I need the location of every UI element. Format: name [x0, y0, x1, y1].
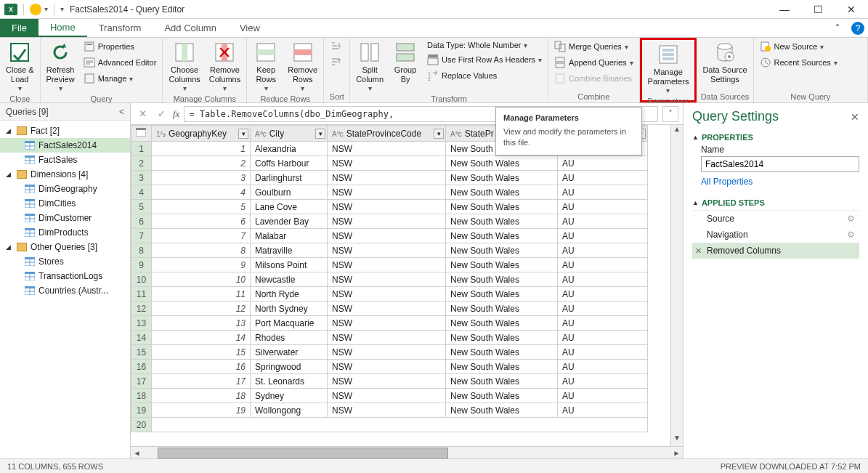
- data-cell[interactable]: AU: [558, 331, 648, 345]
- query-name-input[interactable]: [701, 156, 859, 172]
- data-cell[interactable]: Newcastle: [251, 272, 328, 287]
- table-row[interactable]: 66Lavender BayNSWNew South WalesAU: [131, 214, 648, 229]
- column-filter-button[interactable]: ▾: [315, 129, 325, 139]
- queries-group[interactable]: ◢Fact [2]: [0, 124, 130, 138]
- data-cell[interactable]: Alexandria: [251, 142, 328, 156]
- manage-parameters-button[interactable]: Manage Parameters▾: [645, 41, 692, 97]
- data-cell[interactable]: NSW: [328, 374, 446, 389]
- advanced-editor-button[interactable]: Advanced Editor: [81, 55, 160, 70]
- table-row[interactable]: 1414RhodesNSWNew South WalesAU: [131, 331, 648, 345]
- data-cell[interactable]: NSW: [328, 389, 446, 403]
- queries-item[interactable]: FactSales: [0, 153, 130, 167]
- data-cell[interactable]: North Ryde: [251, 287, 328, 302]
- data-cell[interactable]: AU: [558, 243, 648, 258]
- step-gear-icon[interactable]: ⚙: [847, 214, 855, 224]
- data-cell[interactable]: AU: [558, 302, 648, 316]
- sort-desc-button[interactable]: [327, 55, 344, 70]
- queries-item[interactable]: DimCities: [0, 196, 130, 211]
- column-header[interactable]: AᴮcCity▾: [251, 126, 328, 142]
- data-cell[interactable]: 10: [152, 272, 251, 287]
- applied-steps-header[interactable]: ▲APPLIED STEPS: [692, 198, 859, 207]
- table-row[interactable]: 1616SpringwoodNSWNew South WalesAU: [131, 360, 648, 374]
- tab-transform[interactable]: Transform: [87, 19, 153, 37]
- data-cell[interactable]: Goulburn: [251, 185, 328, 200]
- data-cell[interactable]: NSW: [328, 243, 446, 258]
- data-cell[interactable]: 1: [152, 142, 251, 156]
- data-cell[interactable]: AU: [558, 156, 648, 171]
- data-cell[interactable]: New South Wales: [446, 258, 558, 272]
- data-cell[interactable]: Matraville: [251, 243, 328, 258]
- applied-step[interactable]: Source⚙: [692, 211, 859, 227]
- row-number[interactable]: 9: [131, 258, 152, 272]
- applied-step[interactable]: ✕Removed Columns: [692, 243, 859, 259]
- first-row-headers-button[interactable]: Use First Row As Headers ▾: [424, 52, 545, 67]
- close-settings-button[interactable]: ✕: [851, 111, 859, 123]
- data-cell[interactable]: New South Wales: [446, 403, 558, 418]
- data-source-settings-button[interactable]: Data Source Settings: [699, 39, 750, 86]
- data-cell[interactable]: New South Wales: [446, 331, 558, 345]
- data-cell[interactable]: 12: [152, 302, 251, 316]
- queries-item[interactable]: Stores: [0, 254, 130, 269]
- expand-formula-button[interactable]: ˅: [662, 106, 678, 122]
- column-filter-button[interactable]: ▾: [238, 129, 248, 139]
- keep-rows-button[interactable]: Keep Rows▾: [250, 39, 282, 94]
- queries-panel-header[interactable]: Queries [9] <: [0, 103, 130, 121]
- queries-item[interactable]: Countries (Austr...: [0, 283, 130, 298]
- all-properties-link[interactable]: All Properties: [701, 177, 859, 187]
- properties-button[interactable]: Properties: [81, 39, 160, 54]
- data-cell[interactable]: 14: [152, 331, 251, 345]
- data-cell[interactable]: AU: [558, 316, 648, 331]
- group-by-button[interactable]: Group By: [389, 39, 421, 86]
- data-cell[interactable]: AU: [558, 229, 648, 243]
- tab-home[interactable]: Home: [38, 19, 87, 37]
- data-cell[interactable]: 13: [152, 316, 251, 331]
- data-cell[interactable]: 18: [152, 389, 251, 403]
- remove-rows-button[interactable]: Remove Rows▾: [285, 39, 320, 94]
- data-cell[interactable]: AU: [558, 272, 648, 287]
- data-cell[interactable]: Rhodes: [251, 331, 328, 345]
- data-cell[interactable]: NSW: [328, 272, 446, 287]
- data-cell[interactable]: NSW: [328, 258, 446, 272]
- data-cell[interactable]: 19: [152, 403, 251, 418]
- close-window-button[interactable]: ✕: [835, 0, 868, 19]
- close-and-load-button[interactable]: Close & Load▾: [3, 39, 37, 94]
- data-cell[interactable]: AU: [558, 389, 648, 403]
- data-cell[interactable]: New South Wales: [446, 156, 558, 171]
- data-cell[interactable]: 4: [152, 185, 251, 200]
- append-queries-button[interactable]: Append Queries ▾: [551, 55, 636, 70]
- step-gear-icon[interactable]: ⚙: [847, 230, 855, 240]
- data-cell[interactable]: AU: [558, 214, 648, 229]
- maximize-button[interactable]: ☐: [801, 0, 835, 19]
- data-cell[interactable]: 15: [152, 345, 251, 360]
- corner-header[interactable]: [131, 126, 152, 142]
- row-number[interactable]: 19: [131, 403, 152, 418]
- split-column-button[interactable]: Split Column▾: [353, 39, 386, 94]
- data-cell[interactable]: AU: [558, 200, 648, 214]
- data-cell[interactable]: North Sydney: [251, 302, 328, 316]
- row-number[interactable]: 20: [131, 418, 152, 432]
- data-cell[interactable]: NSW: [328, 302, 446, 316]
- data-grid[interactable]: 1²₃GeographyKey▾AᴮcCity▾AᴮcStateProvince…: [131, 125, 683, 446]
- table-row[interactable]: 77MalabarNSWNew South WalesAU: [131, 229, 648, 243]
- row-number[interactable]: 8: [131, 243, 152, 258]
- remove-columns-button[interactable]: Remove Columns▾: [206, 39, 243, 94]
- row-number[interactable]: 13: [131, 316, 152, 331]
- table-row[interactable]: 99Milsons PointNSWNew South WalesAU: [131, 258, 648, 272]
- collapse-icon[interactable]: <: [119, 107, 124, 117]
- data-cell[interactable]: NSW: [328, 171, 446, 185]
- data-cell[interactable]: New South Wales: [446, 360, 558, 374]
- queries-group[interactable]: ◢Dimensions [4]: [0, 167, 130, 182]
- data-cell[interactable]: Sydney: [251, 389, 328, 403]
- row-number[interactable]: 2: [131, 156, 152, 171]
- data-cell[interactable]: AU: [558, 374, 648, 389]
- table-row[interactable]: 1212North SydneyNSWNew South WalesAU: [131, 302, 648, 316]
- data-cell[interactable]: New South Wales: [446, 389, 558, 403]
- data-cell[interactable]: AU: [558, 287, 648, 302]
- data-cell[interactable]: St. Leonards: [251, 374, 328, 389]
- row-number[interactable]: 16: [131, 360, 152, 374]
- scroll-right-button[interactable]: ►: [670, 449, 683, 457]
- data-cell[interactable]: 2: [152, 156, 251, 171]
- applied-step[interactable]: Navigation⚙: [692, 227, 859, 243]
- row-number[interactable]: 1: [131, 142, 152, 156]
- data-cell[interactable]: 8: [152, 243, 251, 258]
